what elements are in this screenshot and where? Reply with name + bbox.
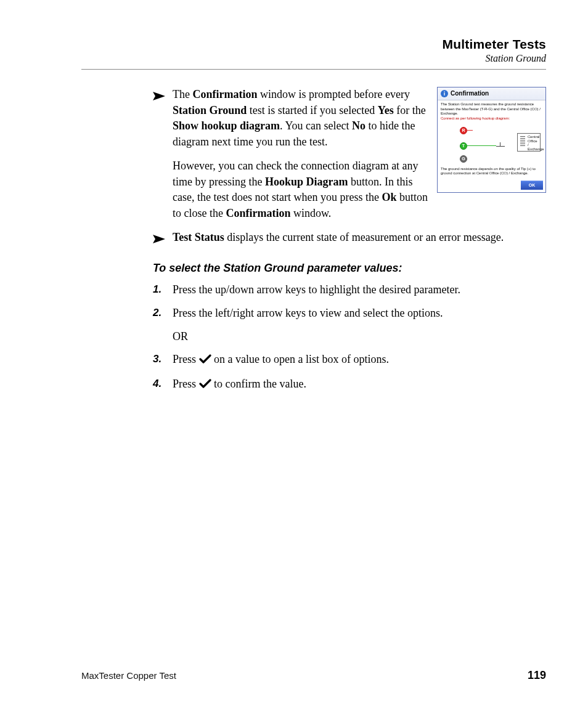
text: The — [173, 88, 192, 100]
bullet-body: Test Status displays the current state o… — [173, 230, 546, 248]
dialog-title: Confirmation — [451, 89, 489, 98]
kw-confirmation: Confirmation — [192, 88, 257, 100]
page-title: Multimeter Tests — [81, 37, 546, 52]
step-text: Press to confirm the value. — [173, 376, 546, 394]
dialog-body: The Station Ground test measures the gro… — [438, 100, 545, 122]
step-or: OR — [173, 329, 546, 345]
kw-confirmation: Confirmation — [226, 207, 290, 219]
dialog-titlebar: i Confirmation — [438, 87, 545, 100]
svg-marker-0 — [153, 92, 165, 100]
procedure-heading: To select the Station Ground parameter v… — [153, 261, 546, 277]
confirmation-dialog-thumbnail: i Confirmation The Station Ground test m… — [437, 87, 546, 193]
bullet-test-status: Test Status displays the current state o… — [153, 230, 546, 248]
kw-show-hookup: Show hookup diagram — [173, 120, 280, 132]
page: Multimeter Tests Station Ground i Confir… — [0, 0, 588, 714]
kw-station-ground: Station Ground — [173, 104, 247, 116]
dialog-footer-text: The ground resistance depends on the qua… — [438, 165, 545, 177]
probe-r-icon: R — [460, 127, 467, 134]
text: displays the current state of measuremen… — [224, 231, 504, 243]
text: for the — [394, 104, 426, 116]
text: to confirm the value. — [211, 378, 306, 390]
text: Press — [173, 378, 199, 390]
step-number: 4. — [153, 376, 173, 394]
step-3: 3. Press on a value to open a list box o… — [153, 352, 546, 369]
step-number: 1. — [153, 282, 173, 298]
pointer-icon — [153, 87, 173, 221]
text: on a value to open a list box of options… — [211, 353, 389, 365]
page-number: 119 — [528, 669, 546, 682]
probe-t-icon: T — [460, 142, 467, 150]
content: i Confirmation The Station Ground test m… — [81, 87, 546, 393]
info-icon: i — [441, 90, 448, 97]
ground-icon — [496, 142, 505, 150]
dialog-ok-button[interactable]: OK — [521, 181, 543, 190]
dialog-line2: Connect as per following hookup diagram: — [441, 116, 510, 120]
kw-ok: Ok — [382, 191, 396, 203]
page-footer: MaxTester Copper Test 119 — [81, 669, 546, 682]
central-office-box: Central Office / Exchange — [517, 133, 541, 152]
kw-yes: Yes — [378, 104, 394, 116]
checkmark-icon — [199, 378, 211, 394]
checkmark-icon — [199, 353, 211, 369]
step-number: 2. — [153, 306, 173, 322]
pointer-icon — [153, 230, 173, 248]
step-2: 2. Press the left/right arrow keys to vi… — [153, 306, 546, 322]
bullet-body: i Confirmation The Station Ground test m… — [173, 87, 546, 221]
header-rule — [81, 69, 546, 70]
dialog-line1: The Station Ground test measures the gro… — [441, 102, 541, 115]
kw-hookup-diagram: Hookup Diagram — [265, 176, 348, 188]
probe-g-icon: G — [460, 155, 467, 163]
wire-r — [467, 130, 473, 131]
text: test is started if you selected — [247, 104, 377, 116]
text: . You can select — [280, 120, 352, 132]
step-text: Press the up/down arrow keys to highligh… — [173, 282, 546, 298]
page-header: Multimeter Tests Station Ground — [81, 37, 546, 64]
text: Press — [173, 353, 199, 365]
step-1: 1. Press the up/down arrow keys to highl… — [153, 282, 546, 298]
step-4: 4. Press to confirm the value. — [153, 376, 546, 394]
hookup-diagram: R T G Central Office / Exchange — [438, 122, 545, 165]
text: window. — [290, 207, 331, 219]
wire-t — [467, 145, 496, 146]
text: window is prompted before every — [257, 88, 409, 100]
step-text: Press the left/right arrow keys to view … — [173, 306, 546, 322]
bullet-confirmation: i Confirmation The Station Ground test m… — [153, 87, 546, 221]
kw-test-status: Test Status — [173, 231, 224, 243]
kw-no: No — [352, 120, 365, 132]
page-subtitle: Station Ground — [81, 53, 546, 64]
product-name: MaxTester Copper Test — [81, 670, 176, 681]
step-number: 3. — [153, 352, 173, 369]
step-text: Press on a value to open a list box of o… — [173, 352, 546, 369]
svg-marker-1 — [153, 235, 165, 243]
